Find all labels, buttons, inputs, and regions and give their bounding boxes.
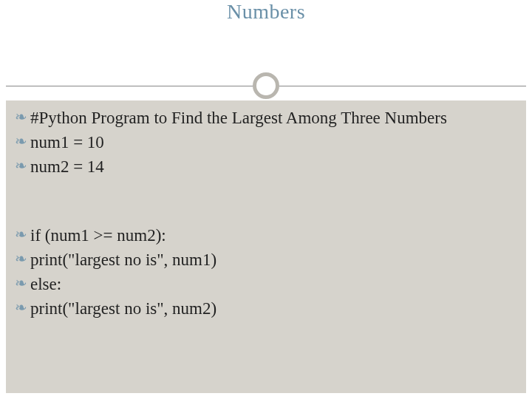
code-text: num2 = 14 xyxy=(30,155,104,178)
code-line-comment: ❧ #Python Program to Find the Largest Am… xyxy=(15,106,517,129)
code-text: num1 = 10 xyxy=(30,131,104,154)
blank-gap xyxy=(15,180,517,224)
code-line-if: ❧ if (num1 >= num2): xyxy=(15,224,517,247)
title-area: Numbers xyxy=(0,0,532,37)
slide-title: Numbers xyxy=(227,0,305,23)
code-line-num1: ❧ num1 = 10 xyxy=(15,131,517,154)
bullet-icon: ❧ xyxy=(15,155,27,177)
bullet-icon: ❧ xyxy=(15,273,27,294)
code-line-print2: ❧ print("largest no is", num2) xyxy=(15,297,517,320)
bullet-icon: ❧ xyxy=(15,131,27,152)
content-box: ❧ #Python Program to Find the Largest Am… xyxy=(6,100,526,393)
bullet-icon: ❧ xyxy=(15,297,27,318)
code-line-print1: ❧ print("largest no is", num1) xyxy=(15,248,517,271)
code-text: print("largest no is", num2) xyxy=(30,297,216,320)
bullet-icon: ❧ xyxy=(15,106,27,128)
code-text: print("largest no is", num1) xyxy=(30,248,216,271)
circle-ornament-icon xyxy=(253,72,279,99)
code-text: #Python Program to Find the Largest Amon… xyxy=(30,106,447,129)
divider xyxy=(0,72,532,102)
slide: Numbers ❧ #Python Program to Find the La… xyxy=(0,0,532,399)
bullet-icon: ❧ xyxy=(15,248,27,270)
code-line-else: ❧ else: xyxy=(15,273,517,296)
bullet-icon: ❧ xyxy=(15,224,27,245)
code-line-num2: ❧ num2 = 14 xyxy=(15,155,517,178)
code-text: if (num1 >= num2): xyxy=(30,224,166,247)
code-text: else: xyxy=(30,273,61,296)
